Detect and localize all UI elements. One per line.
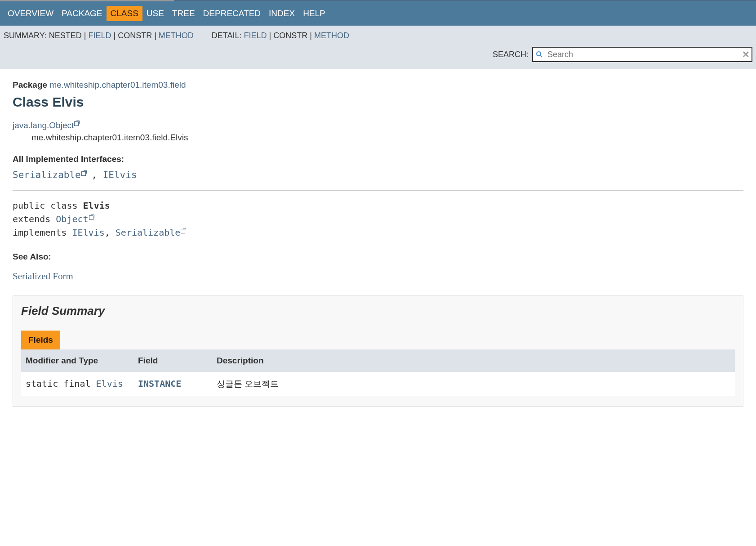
sig-class-name: Elvis (83, 200, 110, 211)
nav-package[interactable]: PACKAGE (58, 6, 106, 21)
nav-use[interactable]: USE (142, 6, 168, 21)
search-wrap: ✕ (532, 47, 752, 62)
sub-nav: SUMMARY: NESTED | FIELD | CONSTR | METHO… (0, 26, 756, 69)
implemented-interfaces-list: Serializable , IElvis (13, 170, 743, 180)
fields-table: Modifier and Type Field Description stat… (21, 349, 735, 396)
summary-method-link[interactable]: METHOD (159, 31, 194, 40)
type-hierarchy: java.lang.Object me.whiteship.chapter01.… (13, 120, 743, 143)
summary-row: SUMMARY: NESTED | FIELD | CONSTR | METHO… (4, 31, 194, 40)
detail-row: DETAIL: FIELD | CONSTR | METHOD (212, 31, 349, 40)
nav-index[interactable]: INDEX (265, 6, 299, 21)
external-link-icon (181, 229, 185, 233)
nav-class[interactable]: CLASS (107, 6, 142, 21)
detail-constr: CONSTR (273, 31, 307, 40)
detail-label: DETAIL: (212, 31, 242, 40)
search-label: SEARCH: (493, 50, 529, 59)
see-also-label: See Also: (13, 252, 743, 262)
ielvis-link[interactable]: IElvis (103, 170, 137, 180)
sig-serializable-link[interactable]: Serializable (116, 227, 186, 238)
col-field: Field (133, 349, 212, 372)
nav-overview[interactable]: OVERVIEW (4, 6, 58, 21)
hierarchy-parent-link[interactable]: java.lang.Object (13, 121, 79, 130)
summary-constr: CONSTR (118, 31, 152, 40)
nav-bar: OVERVIEW PACKAGE CLASS USE TREE DEPRECAT… (0, 1, 756, 26)
package-prefix: Package (13, 80, 47, 90)
summary-label: SUMMARY: (4, 31, 47, 40)
field-instance-link[interactable]: INSTANCE (138, 378, 181, 389)
field-summary-box: Field Summary Fields Modifier and Type F… (13, 295, 743, 407)
implemented-interfaces-label: All Implemented Interfaces: (13, 154, 743, 164)
content: Package me.whiteship.chapter01.item03.fi… (0, 69, 756, 417)
class-signature: public class Elvis extends Object implem… (13, 199, 743, 239)
external-link-icon (89, 215, 93, 220)
nav-help[interactable]: HELP (299, 6, 329, 21)
svg-point-0 (537, 52, 541, 56)
detail-field-link[interactable]: FIELD (244, 31, 267, 40)
sig-object-link[interactable]: Object (56, 214, 93, 224)
class-title: Class Elvis (13, 94, 743, 110)
summary-field-link[interactable]: FIELD (88, 31, 111, 40)
package-link[interactable]: me.whiteship.chapter01.item03.field (49, 80, 186, 90)
search-icon (536, 51, 543, 58)
cell-field: INSTANCE (133, 372, 212, 396)
divider (13, 190, 743, 191)
type-elvis-link[interactable]: Elvis (96, 378, 123, 389)
nav-deprecated[interactable]: DEPRECATED (199, 6, 265, 21)
external-link-icon (74, 121, 79, 126)
nav-tree[interactable]: TREE (168, 6, 199, 21)
serializable-link[interactable]: Serializable (13, 170, 91, 180)
sig-ielvis-link[interactable]: IElvis (72, 227, 104, 238)
package-line: Package me.whiteship.chapter01.item03.fi… (13, 80, 743, 90)
hierarchy-self: me.whiteship.chapter01.item03.field.Elvi… (31, 133, 188, 142)
search-reset-icon[interactable]: ✕ (742, 49, 750, 60)
cell-desc: 싱글톤 오브젝트 (212, 372, 735, 396)
table-row: static final Elvis INSTANCE 싱글톤 오브젝트 (21, 372, 735, 396)
search-input[interactable] (532, 47, 752, 62)
col-modifier: Modifier and Type (21, 349, 133, 372)
summary-nested: NESTED (49, 31, 82, 40)
serialized-form-link[interactable]: Serialized Form (13, 271, 73, 282)
svg-line-1 (540, 55, 542, 57)
fields-tab[interactable]: Fields (21, 331, 60, 349)
external-link-icon (81, 171, 86, 176)
field-summary-title: Field Summary (21, 304, 735, 318)
cell-modifier: static final Elvis (21, 372, 133, 396)
detail-method-link[interactable]: METHOD (314, 31, 349, 40)
col-desc: Description (212, 349, 735, 372)
